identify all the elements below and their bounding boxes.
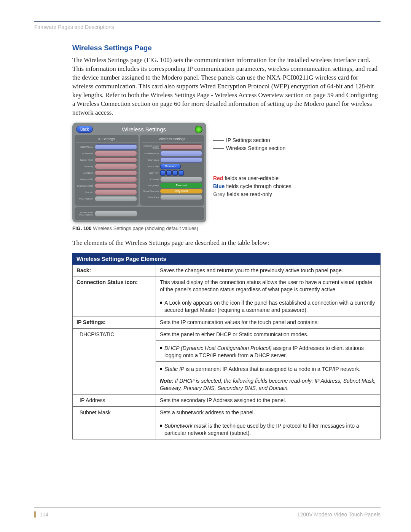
footer-rule	[34, 507, 381, 508]
secondary-dns-field[interactable]	[95, 183, 137, 189]
field-label: Subnet Mask	[76, 159, 95, 161]
field-label: Data Rate	[142, 196, 160, 198]
field-label: Encryption	[142, 159, 160, 161]
row-label: IP Address	[73, 395, 156, 407]
figure-row: Back Wireless Settings IP Settings DHCP/…	[72, 123, 381, 222]
field-label: Domain	[76, 191, 95, 193]
row-desc: Sets the IP communication values for the…	[156, 316, 381, 328]
doc-title: 1200V Modero Video Touch Panels	[297, 511, 381, 518]
gateway-field[interactable]	[95, 164, 137, 169]
subnet-field[interactable]	[95, 157, 137, 163]
row-desc: Note: If DHCP is selected, the following…	[156, 375, 381, 395]
callout-ip-settings: IP Settings section	[213, 136, 291, 144]
wep-key-fields[interactable]	[160, 170, 184, 176]
domain-field[interactable]	[95, 190, 137, 195]
page-footer: 114 1200V Modero Video Touch Panels	[34, 511, 381, 518]
row-label: Subnet Mask	[73, 407, 156, 439]
callout-wireless-settings: Wireless Settings section	[213, 144, 291, 152]
table-intro: The elements of the Wireless Settings pa…	[72, 239, 381, 248]
connection-status-icon	[195, 126, 202, 133]
field-label: Host Name	[76, 172, 95, 174]
field-label: WEP Key	[142, 172, 160, 174]
row-desc: Sets the secondary IP Address assigned t…	[156, 395, 381, 407]
row-desc: Subnetwork mask is the technique used by…	[156, 419, 381, 439]
field-label: MAC Address	[76, 198, 95, 200]
field-label: Primary DNS	[76, 178, 95, 181]
row-label: DHCP/STATIC	[73, 328, 156, 394]
row-label: Connection Status icon:	[73, 276, 156, 316]
legend-grey: Grey fields are read-only	[213, 190, 291, 198]
row-desc: Sets a subnetwork address to the panel.	[156, 407, 381, 419]
mac-address-field	[95, 196, 137, 201]
section-para: The Wireless Settings page (FIG. 100) se…	[72, 56, 381, 117]
breadcrumb: Firmware Pages and Descriptions	[34, 24, 381, 30]
dhcp-field[interactable]	[95, 144, 137, 150]
panel-title: Wireless Settings	[93, 126, 195, 133]
legend-red: Red fields are user-editable	[213, 174, 291, 182]
field-label: Channel	[142, 178, 160, 181]
row-desc: Saves the changes and returns you to the…	[156, 264, 381, 276]
field-label: Signal Strength	[142, 190, 160, 192]
legend-blue: Blue fields cycle through choices	[213, 182, 291, 190]
ssid-field[interactable]	[160, 144, 202, 150]
table-row: Back: Saves the changes and returns you …	[73, 264, 381, 276]
back-button[interactable]: Back	[76, 126, 93, 133]
table-row: IP Address Sets the secondary IP Address…	[73, 395, 381, 407]
encryption-field[interactable]	[160, 157, 202, 163]
signal-strength-field: Very Good	[160, 189, 202, 193]
table-row: IP Settings: Sets the IP communication v…	[73, 316, 381, 328]
primary-dns-field[interactable]	[95, 177, 137, 182]
wireless-settings-header: Wireless Settings	[142, 136, 202, 143]
link-quality-field: Excellent	[160, 183, 202, 188]
field-label: Link Quality	[142, 184, 160, 187]
table-title: Wireless Settings Page Elements	[73, 253, 381, 264]
ap-mac-field	[95, 211, 137, 217]
field-label: Authentication	[142, 152, 160, 155]
table-row: DHCP/STATIC Sets the panel to either DHC…	[73, 328, 381, 340]
field-label: Network Name (SSID)	[142, 145, 160, 149]
row-desc: DHCP (Dynamic Host Configuration Protoco…	[156, 340, 381, 361]
field-label: Gateway	[76, 165, 95, 168]
field-label: Default Key	[142, 165, 160, 168]
figure-callouts: IP Settings section Wireless Settings se…	[213, 123, 291, 198]
generate-button[interactable]: Generate	[160, 164, 181, 169]
hostname-field[interactable]	[95, 170, 137, 176]
ip-address-field[interactable]	[95, 151, 137, 156]
ip-settings-header: IP Settings	[76, 136, 137, 143]
section-title: Wireless Settings Page	[72, 44, 381, 52]
auth-field[interactable]	[160, 151, 202, 156]
field-label: Access Point MAC Address	[76, 211, 95, 216]
field-label: IP Address	[76, 152, 95, 155]
table-row: Subnet Mask Sets a subnetwork address to…	[73, 407, 381, 419]
row-label: Back:	[73, 264, 156, 276]
row-label: IP Settings:	[73, 316, 156, 328]
table-row: Connection Status icon: This visual disp…	[73, 276, 381, 296]
row-desc: Sets the panel to either DHCP or Static …	[156, 328, 381, 340]
row-desc: Static IP is a permanent IP Address that…	[156, 361, 381, 375]
top-rule	[34, 21, 381, 22]
wireless-settings-screenshot: Back Wireless Settings IP Settings DHCP/…	[72, 123, 206, 222]
row-desc: This visual display of the connection st…	[156, 276, 381, 296]
field-label: DHCP/Static	[76, 146, 95, 148]
page-number: 114	[34, 511, 48, 518]
elements-table: Wireless Settings Page Elements Back: Sa…	[72, 253, 381, 439]
row-desc: A Lock only appears on the icon if the p…	[156, 296, 381, 316]
figure-caption: FIG. 100 Wireless Settings page (showing…	[72, 225, 381, 231]
field-label: Secondary DNS	[76, 185, 95, 187]
data-rate-field	[160, 195, 202, 200]
channel-field	[160, 177, 202, 182]
